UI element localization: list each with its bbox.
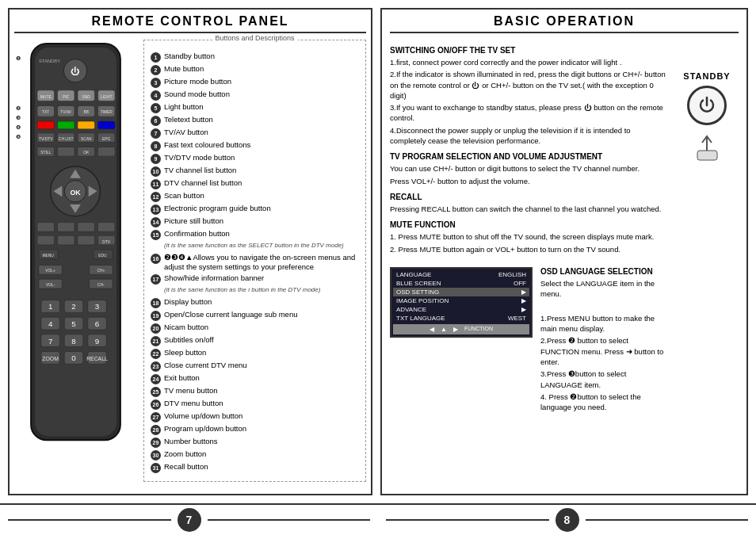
svg-rect-23 [78,121,95,129]
section-osd-title: OSD LANGUAGE SELECTION [540,267,667,276]
svg-text:TIMER: TIMER [101,110,113,114]
list-item: 14 Picture still button [151,216,359,227]
item-text: Exit button [164,373,359,383]
item-number: 27 [151,412,161,422]
left-panel: REMOTE CONTROL PANEL ⏻ STANDBY [8,8,372,495]
item-text: Sound mode button [164,90,359,99]
item-text: Zoom button [164,449,359,459]
item-number: 22 [151,349,161,359]
page-number-left: 7 [178,508,201,532]
osd-row-txtlang: TXT LANGUAGEWEST [393,314,529,323]
svg-text:9: 9 [95,337,99,346]
list-item: 8 Fast text coloured buttons [151,140,359,151]
svg-text:EDU: EDU [98,254,107,258]
item-number: 29 [151,438,161,448]
svg-rect-36 [97,147,115,156]
section-osd-body: Select the LANGUAGE item in the menu. 1.… [540,278,667,413]
item-number: 28 [151,425,161,435]
item-text: Nicam button [164,323,359,332]
item-number: 12 [151,192,161,202]
right-panel: BASIC OPERATION SWITCHING ON/OFF THE TV … [380,8,748,495]
item-text: Fast text coloured buttons [164,140,359,150]
section-mute-title: MUTE FUNCTION [390,220,667,229]
svg-text:SND: SND [82,95,91,99]
svg-rect-48 [78,223,95,232]
osd-row-language: LANGUAGEENGLISH [393,270,529,279]
svg-text:TV/DTV: TV/DTV [39,137,53,141]
item-text: Picture still button [164,216,359,226]
svg-text:CH+: CH+ [97,269,105,273]
list-item: 24 Exit button [151,373,359,384]
list-item: 3 Picture mode button [151,77,359,88]
item-number: 3 [151,78,161,88]
section-recall-title: RECALL [390,193,667,201]
list-item: 1 Standby button [151,52,359,63]
item-number: 11 [151,179,161,189]
item-text: Electronic program guide button [164,204,359,213]
item-number: 19 [151,311,161,321]
item-text: DTV channel list button [164,178,359,188]
item-number: 16 [151,254,161,264]
footer-right: 8 [378,505,756,535]
item-number: 14 [151,217,161,227]
svg-text:VOL+: VOL+ [45,269,55,273]
standby-label: STANDBY [683,71,730,81]
list-item: 7 TV/AV button [151,128,359,139]
item-text: Display button [164,297,359,307]
svg-rect-49 [97,223,115,232]
list-item: 22 Sleep button [151,348,359,359]
item-text: ❷❸❹▲Allows you to navigate the on-screen… [164,253,359,273]
item-number: 13 [151,204,161,215]
osd-row-imagepos: IMAGE POSITION▶ [393,296,529,305]
osd-row-osdsetting: OSD SETTING▶ [393,288,529,296]
svg-text:2: 2 [71,302,75,311]
svg-text:TXT: TXT [42,110,49,114]
svg-rect-34 [57,147,74,156]
item-sub-text: (it is the same function as the i button… [164,286,359,294]
list-item-sub: (it is the same function as the i button… [151,286,359,296]
item-number: 25 [151,387,161,397]
dotted-box-label: Buttons and Descriptions [212,34,297,42]
svg-text:⏻: ⏻ [71,66,80,76]
list-item: 9 TV/DTV mode button [151,153,359,164]
item-text: TV menu button [164,386,359,396]
svg-text:LIGHT: LIGHT [101,95,112,99]
section-switching-body: 1.first, connect power cord correctly an… [390,57,667,146]
left-panel-title: REMOTE CONTROL PANEL [14,14,366,33]
item-number: 1 [151,52,161,63]
section-recall-body: Pressing RECALL button can switch the ch… [390,204,667,214]
svg-text:DTV: DTV [102,240,111,244]
svg-rect-46 [37,223,55,232]
svg-rect-52 [78,235,95,245]
list-item: 29 Number buttons [151,437,359,448]
svg-text:8: 8 [71,337,76,346]
svg-text:CH LIST: CH LIST [59,137,74,141]
svg-rect-50 [37,235,55,245]
item-text: Open/Close current language sub menu [164,310,359,319]
right-text-content: SWITCHING ON/OFF THE TV SET 1.first, con… [390,40,667,414]
svg-text:OK: OK [70,189,81,197]
svg-text:0: 0 [71,353,76,362]
svg-text:MENU: MENU [42,254,54,258]
item-text: Sleep button [164,348,359,357]
svg-rect-51 [57,235,74,245]
remote-control-image: ⏻ STANDBY MUTE PIC SND LIGHT [14,40,137,482]
osd-menu-box: LANGUAGEENGLISH BLUE SCREENOFF OSD SETTI… [390,267,533,338]
section-mute-body: 1. Press MUTE button to shut off the TV … [390,231,667,254]
footer-line-left [8,519,171,521]
item-text: Confirmation button [164,229,359,239]
svg-text:OK: OK [83,151,90,155]
svg-text:RECALL: RECALL [86,356,108,361]
osd-row-bluescreen: BLUE SCREENOFF [393,279,529,288]
dotted-box: Buttons and Descriptions 1 Standby butto… [143,40,366,482]
section-switching-title: SWITCHING ON/OFF THE TV SET [390,46,667,55]
item-text: Picture mode button [164,77,359,86]
svg-text:7: 7 [48,337,52,346]
list-item: 13 Electronic program guide button [151,204,359,215]
description-list: 1 Standby button 2 Mute button 3 Picture… [151,48,359,478]
item-number: 26 [151,399,161,410]
hand-pointer-icon [689,128,725,164]
item-number: 24 [151,374,161,384]
list-item: 16 ❷❸❹▲Allows you to navigate the on-scr… [151,253,359,273]
svg-text:4: 4 [48,319,53,328]
